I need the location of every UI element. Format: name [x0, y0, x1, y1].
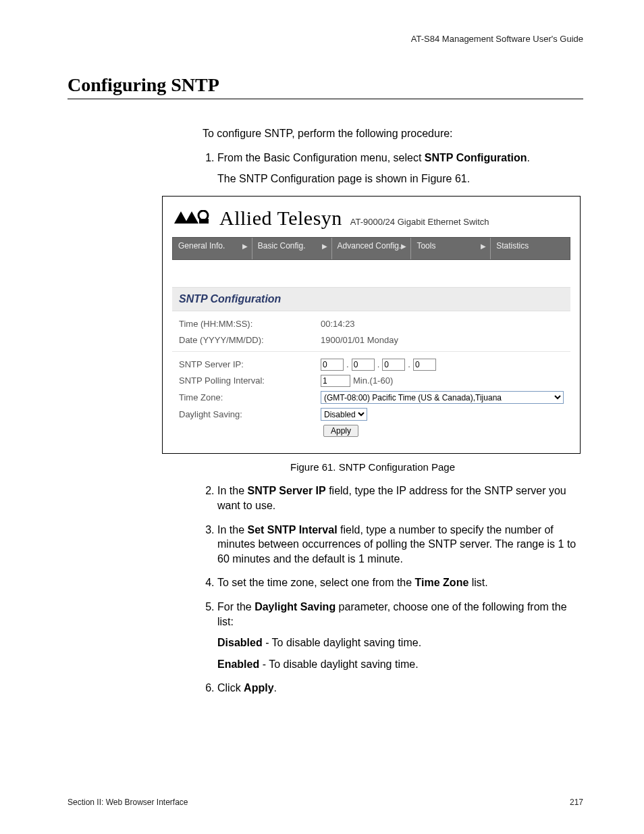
ds-label: Daylight Saving:	[179, 409, 321, 421]
menu-label: Advanced Config.	[338, 241, 402, 251]
row-time: Time (HH:MM:SS): 00:14:23	[179, 318, 564, 330]
step-1-text-c: .	[527, 152, 530, 163]
step-3: In the Set SNTP Interval field, type a n…	[217, 523, 583, 567]
opt-enabled-b: Enabled	[217, 658, 259, 670]
row-sntp-ip: SNTP Server IP: . . .	[179, 359, 564, 371]
menu-basic-config[interactable]: Basic Config. ▶	[252, 238, 332, 259]
step-3-a: In the	[217, 524, 247, 536]
svg-point-2	[198, 211, 208, 220]
footer-left: Section II: Web Browser Interface	[68, 798, 188, 807]
ip-octet-3[interactable]	[382, 359, 405, 371]
running-head: AT-S84 Management Software User's Guide	[68, 34, 583, 44]
daylight-select[interactable]: Disabled	[321, 408, 367, 421]
sntp-ip-label: SNTP Server IP:	[179, 359, 321, 371]
step-5-a: For the	[217, 601, 254, 613]
row-daylight: Daylight Saving: Disabled	[179, 408, 564, 421]
date-value: 1900/01/01 Monday	[321, 334, 564, 346]
step-6: Click Apply.	[217, 681, 583, 696]
row-timezone: Time Zone: (GMT-08:00) Pacific Time (US …	[179, 391, 564, 404]
ip-octet-1[interactable]	[321, 359, 344, 371]
step-1-follow: The SNTP Configuration page is shown in …	[217, 172, 583, 186]
menu-label: Statistics	[496, 241, 529, 251]
step-2: In the SNTP Server IP field, type the IP…	[217, 484, 583, 513]
page: AT-S84 Management Software User's Guide …	[0, 0, 644, 834]
page-number: 217	[570, 798, 583, 807]
step-5-b: Daylight Saving	[254, 601, 336, 613]
svg-rect-3	[199, 219, 209, 224]
menu-label: General Info.	[178, 241, 225, 251]
page-footer: Section II: Web Browser Interface 217	[68, 798, 583, 807]
chevron-right-icon: ▶	[242, 242, 248, 251]
brand-logo-icon	[172, 210, 213, 225]
chevron-right-icon: ▶	[401, 242, 406, 251]
row-apply: Apply	[179, 425, 564, 437]
date-label: Date (YYYY/MM/DD):	[179, 334, 321, 346]
step-4-b: Time Zone	[415, 577, 469, 588]
menu-advanced-config[interactable]: Advanced Config. ▶	[332, 238, 412, 259]
step-4: To set the time zone, select one from th…	[217, 575, 583, 590]
step-5-opt-disabled: Disabled - To disable daylight saving ti…	[217, 635, 583, 650]
step-5: For the Daylight Saving parameter, choos…	[217, 600, 583, 671]
brand-name: Allied Telesyn	[219, 205, 342, 232]
opt-disabled-t: - To disable daylight saving time.	[263, 637, 421, 648]
section-title: Configuring SNTP	[68, 74, 583, 96]
poll-label: SNTP Polling Interval:	[179, 375, 321, 387]
menu-label: Basic Config.	[258, 241, 306, 251]
intro-paragraph: To configure SNTP, perform the following…	[203, 126, 583, 141]
timezone-select[interactable]: (GMT-08:00) Pacific Time (US & Canada),T…	[321, 391, 564, 404]
ip-octet-4[interactable]	[413, 359, 436, 371]
title-rule	[68, 99, 583, 99]
step-2-a: In the	[217, 485, 247, 496]
time-label: Time (HH:MM:SS):	[179, 318, 321, 330]
step-3-b: Set SNTP Interval	[247, 524, 337, 536]
chevron-right-icon: ▶	[322, 242, 327, 251]
ip-octet-2[interactable]	[352, 359, 375, 371]
menu-statistics[interactable]: Statistics	[491, 238, 570, 259]
step-2-b: SNTP Server IP	[247, 485, 325, 496]
svg-marker-0	[174, 211, 188, 224]
step-6-b: Apply	[244, 682, 273, 694]
row-poll-interval: SNTP Polling Interval: Min.(1-60)	[179, 375, 564, 387]
menu-general-info[interactable]: General Info. ▶	[173, 238, 252, 259]
figure-61: Allied Telesyn AT-9000/24 Gigabit Ethern…	[162, 196, 581, 454]
step-6-c: .	[274, 682, 277, 694]
panel-body: Time (HH:MM:SS): 00:14:23 Date (YYYY/MM/…	[172, 311, 570, 444]
poll-unit: Min.(1-60)	[353, 375, 393, 387]
procedure-list-cont: In the SNTP Server IP field, type the IP…	[203, 484, 583, 696]
opt-enabled-t: - To disable daylight saving time.	[259, 658, 418, 670]
step-4-a: To set the time zone, select one from th…	[217, 577, 415, 588]
row-date: Date (YYYY/MM/DD): 1900/01/01 Monday	[179, 334, 564, 346]
figure-caption: Figure 61. SNTP Configuration Page	[162, 461, 583, 474]
brand-row: Allied Telesyn AT-9000/24 Gigabit Ethern…	[172, 205, 570, 232]
menu-bar: General Info. ▶ Basic Config. ▶ Advanced…	[172, 237, 570, 260]
menu-tools[interactable]: Tools ▶	[411, 238, 491, 259]
opt-disabled-b: Disabled	[217, 637, 263, 648]
step-6-a: Click	[217, 682, 244, 694]
figure-61-wrap: Allied Telesyn AT-9000/24 Gigabit Ethern…	[162, 196, 583, 475]
panel-title: SNTP Configuration	[172, 287, 570, 311]
time-value: 00:14:23	[321, 318, 564, 330]
panel-divider	[172, 351, 570, 352]
step-4-c: list.	[468, 577, 487, 588]
step-1: From the Basic Configuration menu, selec…	[217, 151, 583, 186]
dot: .	[346, 359, 349, 371]
brand-subtitle: AT-9000/24 Gigabit Ethernet Switch	[350, 216, 489, 228]
step-5-opt-enabled: Enabled - To disable daylight saving tim…	[217, 657, 583, 672]
body-column: To configure SNTP, perform the following…	[203, 126, 583, 696]
tz-label: Time Zone:	[179, 392, 321, 404]
procedure-list: From the Basic Configuration menu, selec…	[203, 151, 583, 186]
step-1-text-a: From the Basic Configuration menu, selec…	[217, 152, 425, 163]
dot: .	[408, 359, 410, 371]
apply-button[interactable]: Apply	[323, 425, 358, 437]
step-1-bold: SNTP Configuration	[425, 152, 527, 163]
poll-interval-input[interactable]	[321, 375, 350, 387]
dot: .	[377, 359, 380, 371]
chevron-right-icon: ▶	[481, 242, 486, 251]
svg-marker-1	[185, 211, 198, 224]
menu-label: Tools	[417, 241, 435, 251]
